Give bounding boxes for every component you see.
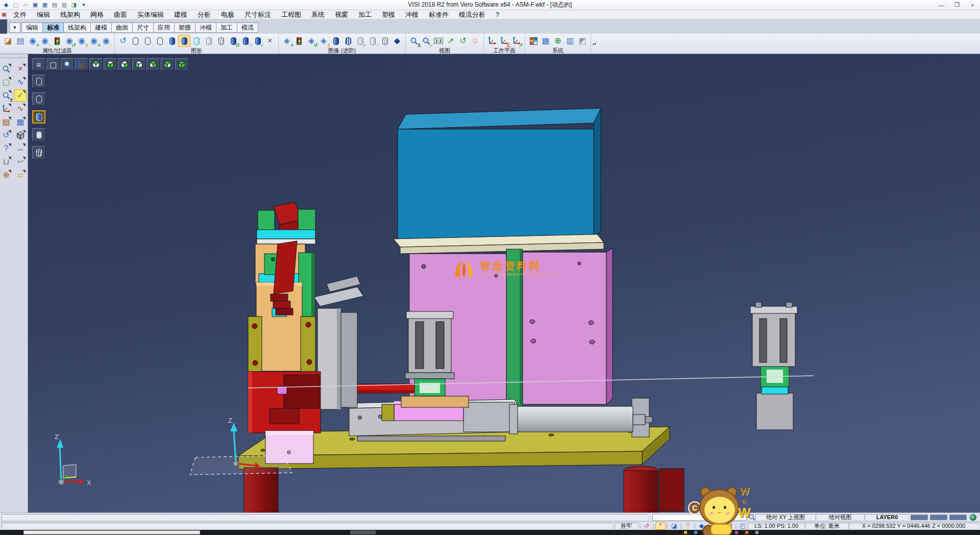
curve-draw-icon[interactable]: ∿ xyxy=(14,76,27,88)
view-mode-pane[interactable]: 绝对 XY 上视图 xyxy=(755,514,816,521)
menu-item-1[interactable]: 编辑 xyxy=(32,10,55,19)
eye-minus-icon[interactable]: ◉− xyxy=(100,35,112,47)
measure-distance-icon[interactable]: ↔ xyxy=(14,142,27,155)
menu-item-14[interactable]: 塑模 xyxy=(377,10,400,19)
minimize-button[interactable]: — xyxy=(934,0,949,10)
menu-item-9[interactable]: 尺寸标注 xyxy=(239,10,276,19)
eye-plus-icon[interactable]: ◉+ xyxy=(88,35,100,47)
attribute-paint-icon[interactable]: ◪ xyxy=(2,35,14,47)
shade-wireframe-button[interactable] xyxy=(32,75,45,88)
confirm-check-icon[interactable]: ✓ xyxy=(14,89,27,102)
menu-item-3[interactable]: 网格 xyxy=(85,10,109,19)
cylinder-ghost-icon[interactable] xyxy=(379,35,391,47)
view-left-button[interactable] xyxy=(161,58,174,70)
open-assembly-icon[interactable]: ▱ xyxy=(14,169,27,181)
solid-cube-icon[interactable] xyxy=(14,129,27,141)
fit-view-button[interactable]: ▢ xyxy=(46,58,60,70)
cylinder-white-icon[interactable] xyxy=(724,522,734,530)
rotate-view-icon[interactable]: ↺ xyxy=(457,35,469,47)
view-right-button[interactable] xyxy=(146,58,160,70)
eye-refresh-icon[interactable]: ◉↺ xyxy=(63,35,76,47)
maximize-button[interactable]: ❒ xyxy=(949,0,965,10)
traffic-filter-icon[interactable] xyxy=(51,35,63,47)
eye-add-icon[interactable]: ◉+ xyxy=(27,35,39,47)
cylinder-copy-icon[interactable]: □ xyxy=(239,35,252,47)
tab-1[interactable]: 标准 xyxy=(43,22,64,33)
shade-hidden-button[interactable] xyxy=(32,92,45,106)
shade-solid-button[interactable] xyxy=(32,110,45,124)
shade-plusminus-icon[interactable]: ◈± xyxy=(317,35,330,47)
viewport-3d[interactable]: Z Z X ≡▢ xyxy=(28,54,980,513)
menu-item-7[interactable]: 分析 xyxy=(192,10,216,19)
tab-dropdown-button[interactable]: ▼ xyxy=(9,22,20,33)
view-top-button[interactable] xyxy=(89,58,103,70)
globe-icon[interactable] xyxy=(970,514,976,521)
cylinder-wire-c-icon[interactable] xyxy=(154,35,166,47)
pan-view-icon[interactable]: ↗ xyxy=(445,35,457,47)
snap-icon[interactable]: ◆ xyxy=(696,522,706,530)
status-help-icon[interactable]: ? xyxy=(683,522,693,530)
tab-2[interactable]: 线架构 xyxy=(64,22,91,33)
menu-item-2[interactable]: 线架构 xyxy=(55,10,85,19)
tab-4[interactable]: 曲面 xyxy=(112,22,133,33)
delete-entity-icon[interactable]: × xyxy=(14,63,27,75)
zoom-options-icon[interactable]: ± xyxy=(0,89,12,102)
save-file-icon[interactable]: ▣ xyxy=(31,1,39,9)
cylinder-striped-icon[interactable] xyxy=(342,35,354,47)
select-options-icon[interactable] xyxy=(0,63,12,75)
view-reference-pane[interactable]: 绝对视图 xyxy=(816,514,865,521)
graphics-refresh-icon[interactable]: ↺ xyxy=(117,35,129,47)
eye-remove-icon[interactable]: ◉− xyxy=(39,35,51,47)
calculator-icon[interactable]: ▦ xyxy=(540,35,552,47)
menu-item-10[interactable]: 工程图 xyxy=(276,10,306,19)
view-front-button[interactable] xyxy=(132,58,145,70)
toolbar-drag-handle[interactable] xyxy=(2,57,26,61)
workplane-edit-icon[interactable]: ∠ xyxy=(498,35,510,47)
menu-item-5[interactable]: 实体编辑 xyxy=(132,10,169,19)
cylinder-wire-b-icon[interactable] xyxy=(141,35,154,47)
print-icon[interactable]: ▤ xyxy=(51,1,59,9)
cylinder-check-icon[interactable]: ✓ xyxy=(252,35,264,47)
export-icon[interactable]: ◨ xyxy=(70,1,78,9)
menu-item-13[interactable]: 加工 xyxy=(353,10,377,19)
redline-icon[interactable]: ↺ xyxy=(642,522,652,530)
shade-hatch-button[interactable] xyxy=(32,146,45,159)
cylinder-wire-a-icon[interactable] xyxy=(129,35,141,47)
tab-10[interactable]: 模流 xyxy=(237,22,258,33)
layer-pane[interactable]: LAYER0 xyxy=(865,514,910,521)
menu-item-4[interactable]: 曲面 xyxy=(109,10,132,19)
trash-icon[interactable]: ⊔ xyxy=(0,156,12,168)
plot-icon[interactable]: ▥ xyxy=(60,1,68,9)
menu-item-11[interactable]: 系统 xyxy=(306,10,330,19)
cylinder-hatched-icon[interactable] xyxy=(215,35,227,47)
menu-item-16[interactable]: 标准件 xyxy=(424,10,454,19)
ucs-axis-icon[interactable] xyxy=(0,103,12,115)
search-icon[interactable] xyxy=(748,514,755,521)
cube-colors-icon[interactable] xyxy=(710,522,720,530)
taskbar-button[interactable] xyxy=(23,530,200,534)
lock-pane[interactable]: 拴牢 xyxy=(615,523,638,529)
eye-plusminus-icon[interactable]: ◉± xyxy=(76,35,88,47)
plane-grip-icon[interactable]: ▢ xyxy=(0,76,12,88)
open-file-icon[interactable]: ▱ xyxy=(21,1,30,9)
cylinder-translucent-icon[interactable] xyxy=(190,35,203,47)
cylinder-flat-icon[interactable] xyxy=(203,35,215,47)
view-bottom-button[interactable] xyxy=(104,58,117,70)
zoom-window-icon[interactable]: ⌐ xyxy=(420,35,432,47)
traffic-advanced-icon[interactable] xyxy=(293,35,305,47)
page-visibility-icon[interactable]: ▤ xyxy=(14,35,27,47)
cylinder-shaded-icon[interactable] xyxy=(166,35,178,47)
cylinder-shaded-edges-icon[interactable] xyxy=(178,35,190,47)
tab-8[interactable]: 冲模 xyxy=(195,22,216,33)
color-swatch-3[interactable] xyxy=(949,515,967,520)
tab-0[interactable]: 编辑 xyxy=(21,22,43,33)
tab-5[interactable]: 尺寸 xyxy=(133,22,154,33)
system-tools-icon[interactable]: ⊕ xyxy=(552,35,564,47)
viewbox-icon[interactable]: ◰ xyxy=(738,522,748,530)
repair-icon[interactable]: × xyxy=(264,35,276,47)
new-file-icon[interactable]: ▢ xyxy=(12,1,20,9)
color-table-icon[interactable] xyxy=(527,35,540,47)
save-all-icon[interactable]: ▦ xyxy=(41,1,49,9)
qat-caret[interactable]: ▾ xyxy=(80,1,88,9)
tab-3[interactable]: 建模 xyxy=(91,22,112,33)
